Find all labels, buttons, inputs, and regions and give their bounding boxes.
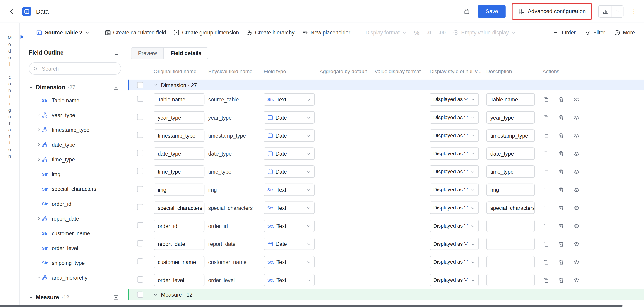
expand-chevron-icon[interactable]	[36, 142, 42, 146]
delete-icon[interactable]	[558, 168, 564, 175]
field-outline-item[interactable]: timestamp_type	[29, 122, 121, 137]
field-outline-item[interactable]: Str. Table name	[29, 93, 121, 108]
row-checkbox[interactable]	[137, 276, 143, 282]
original-field-name-input[interactable]: customer_name	[154, 256, 204, 268]
field-outline-item[interactable]: Str. customer_name	[29, 226, 121, 241]
chart-view-button[interactable]	[599, 6, 612, 17]
original-field-name-input[interactable]: special_characters	[154, 202, 204, 214]
description-input[interactable]: timestamp_type	[486, 129, 535, 142]
percent-format-button[interactable]: %	[414, 29, 419, 36]
row-checkbox[interactable]	[137, 168, 143, 174]
display-format-dropdown[interactable]: Display format	[366, 30, 407, 36]
field-outline-item[interactable]: year_type	[29, 108, 121, 122]
original-field-name-input[interactable]: timestamp_type	[154, 129, 204, 142]
field-outline-item[interactable]: Str. shipping_type	[29, 256, 121, 270]
horizontal-scrollbar[interactable]	[0, 305, 623, 307]
field-outline-item[interactable]: Str. img	[29, 167, 121, 181]
delete-icon[interactable]	[558, 96, 564, 102]
field-outline-item[interactable]: Str. special_characters	[29, 182, 121, 196]
delete-icon[interactable]	[558, 222, 564, 229]
visibility-icon[interactable]	[573, 132, 580, 139]
dimension-group-checkbox[interactable]	[137, 82, 143, 88]
row-checkbox[interactable]	[137, 204, 143, 210]
field-type-select[interactable]: Date	[264, 148, 314, 160]
tab-preview[interactable]: Preview	[131, 48, 164, 59]
field-outline-item[interactable]: Str. order_id	[29, 196, 121, 211]
expand-chevron-icon[interactable]	[36, 128, 42, 132]
field-type-select[interactable]: Date	[264, 112, 314, 124]
add-dimension-panel-icon[interactable]	[110, 82, 121, 92]
description-input[interactable]: date_type	[486, 148, 535, 160]
measure-group-header[interactable]: Measure ·12	[29, 292, 121, 303]
row-checkbox[interactable]	[137, 114, 143, 120]
visibility-icon[interactable]	[573, 222, 580, 229]
row-checkbox[interactable]	[137, 132, 143, 138]
add-measure-panel-icon[interactable]	[110, 292, 121, 303]
copy-icon[interactable]	[542, 132, 549, 139]
visibility-icon[interactable]	[573, 150, 580, 157]
original-field-name-input[interactable]: date_type	[154, 148, 204, 160]
original-field-name-input[interactable]: report_date	[154, 238, 204, 250]
field-type-select[interactable]: Date	[264, 129, 314, 142]
row-checkbox[interactable]	[137, 150, 143, 156]
advanced-configuration-button[interactable]: Advanced configuration	[513, 5, 590, 18]
increase-decimal-button[interactable]: .00	[438, 30, 446, 35]
null-display-select[interactable]: Displayed as '-'	[430, 274, 479, 286]
new-placeholder-button[interactable]: New placeholder	[302, 30, 350, 36]
expand-chevron-icon[interactable]	[36, 216, 42, 220]
description-input[interactable]	[486, 238, 535, 250]
delete-icon[interactable]	[558, 259, 564, 265]
null-display-select[interactable]: Displayed as '-'	[430, 220, 479, 232]
more-button[interactable]: More	[614, 30, 635, 36]
delete-icon[interactable]	[558, 277, 564, 284]
null-display-select[interactable]: Displayed as '-'	[430, 93, 479, 106]
field-outline-item[interactable]: time_type	[29, 152, 121, 167]
null-display-select[interactable]: Displayed as '-'	[430, 129, 479, 142]
delete-icon[interactable]	[558, 186, 564, 193]
null-display-select[interactable]: Displayed as '-'	[430, 238, 479, 250]
measure-group-checkbox[interactable]	[137, 292, 143, 298]
field-outline-item[interactable]: report_date	[29, 211, 121, 226]
empty-value-display-dropdown[interactable]: Empty value display	[453, 30, 516, 36]
field-type-select[interactable]: Str. Text	[264, 220, 314, 232]
expand-chevron-icon[interactable]	[36, 276, 42, 280]
create-calculated-field-button[interactable]: Create calculated field	[104, 30, 166, 36]
copy-icon[interactable]	[542, 168, 549, 175]
delete-icon[interactable]	[558, 204, 564, 211]
dimension-table-group-row[interactable]: Dimension · 27	[128, 80, 644, 90]
row-checkbox[interactable]	[137, 222, 143, 228]
chevron-down-icon[interactable]	[153, 83, 158, 87]
description-input[interactable]: special_characters	[486, 202, 535, 214]
row-checkbox[interactable]	[137, 258, 143, 264]
create-hierarchy-button[interactable]: Create hierarchy	[246, 30, 294, 36]
copy-icon[interactable]	[542, 186, 549, 193]
description-input[interactable]	[486, 274, 535, 286]
decrease-decimal-button[interactable]: .0	[427, 30, 431, 35]
original-field-name-input[interactable]: time_type	[154, 166, 204, 178]
original-field-name-input[interactable]: order_level	[154, 274, 204, 286]
row-checkbox[interactable]	[137, 240, 143, 246]
row-checkbox[interactable]	[137, 96, 143, 102]
visibility-icon[interactable]	[573, 204, 580, 211]
expand-chevron-icon[interactable]	[36, 157, 42, 162]
description-input[interactable]: img	[486, 184, 535, 196]
source-table-selector[interactable]: Source Table 2	[36, 30, 90, 36]
rail-expand-handle-icon[interactable]	[20, 35, 24, 39]
lock-icon[interactable]	[461, 6, 472, 16]
description-input[interactable]: time_type	[486, 166, 535, 178]
null-display-select[interactable]: Displayed as '-'	[430, 202, 479, 214]
filter-button[interactable]: Filter	[585, 30, 605, 36]
field-type-select[interactable]: Date	[264, 238, 314, 250]
copy-icon[interactable]	[542, 96, 549, 102]
copy-icon[interactable]	[542, 222, 549, 229]
delete-icon[interactable]	[558, 241, 564, 247]
delete-icon[interactable]	[558, 114, 564, 121]
visibility-icon[interactable]	[573, 114, 580, 121]
copy-icon[interactable]	[542, 241, 549, 247]
create-group-dimension-button[interactable]: Create group dimension	[174, 30, 239, 36]
field-type-select[interactable]: Str. Text	[264, 184, 314, 196]
copy-icon[interactable]	[542, 277, 549, 284]
expand-chevron-icon[interactable]	[36, 113, 42, 117]
back-button[interactable]	[6, 6, 17, 16]
tab-field-details[interactable]: Field details	[164, 48, 208, 59]
